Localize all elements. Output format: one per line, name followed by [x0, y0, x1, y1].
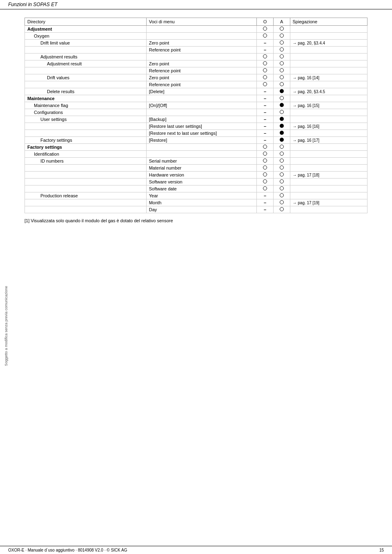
dash-icon: –: [264, 193, 266, 198]
circle-filled-icon: [280, 124, 284, 128]
spieg-cell: [290, 185, 367, 192]
voci-cell: [Backup]: [146, 116, 257, 123]
table-row: Drift valuesZero point→ pag. 16 [14]: [25, 74, 368, 81]
voci-cell: Serial number: [146, 158, 257, 165]
circle-open-icon: [280, 159, 284, 163]
dir-cell: Adjustment result: [25, 60, 147, 67]
dir-cell: [25, 185, 147, 192]
a-cell: [273, 116, 290, 123]
spieg-cell: [290, 47, 367, 54]
a-cell: [273, 54, 290, 60]
table-row: Month–→ pag. 17 [19]: [25, 199, 368, 206]
table-row: Identification: [25, 151, 368, 158]
dir-cell: [25, 179, 147, 185]
page-content: Directory Voci di menu O A Spiegazione A…: [0, 9, 392, 239]
spieg-cell: [290, 144, 367, 151]
circle-open-icon: [263, 165, 267, 170]
circle-open-icon: [280, 193, 284, 197]
dash-icon: –: [264, 96, 266, 101]
spieg-cell: [290, 95, 367, 102]
col-header-directory: Directory: [25, 18, 147, 26]
dir-cell: [25, 81, 147, 88]
spieg-cell: [290, 33, 367, 40]
dir-cell: [25, 206, 147, 213]
circle-open-icon: [263, 61, 267, 65]
voci-cell: [Restore next to last user settings]: [146, 130, 257, 137]
dir-cell: [25, 165, 147, 172]
o-cell: [257, 158, 274, 165]
table-row: User settings[Backup]–: [25, 116, 368, 123]
o-cell: [257, 81, 274, 88]
circle-filled-icon: [280, 117, 284, 121]
dir-cell: [25, 172, 147, 179]
spieg-cell: [290, 60, 367, 67]
voci-cell: Reference point: [146, 81, 257, 88]
a-cell: [273, 192, 290, 199]
a-cell: [273, 26, 290, 33]
o-cell: –: [257, 199, 274, 206]
a-cell: [273, 172, 290, 179]
table-row: Drift limit valueZero point–→ pag. 20, §…: [25, 40, 368, 47]
spieg-cell: [290, 54, 367, 60]
voci-cell: [146, 33, 257, 40]
dash-icon: –: [264, 40, 266, 45]
table-row: Software date: [25, 185, 368, 192]
circle-filled-icon: [280, 103, 284, 107]
voci-cell: [146, 95, 257, 102]
voci-cell: Hardware version: [146, 172, 257, 179]
spieg-cell: [290, 192, 367, 199]
spieg-cell: → pag. 17 [18]: [290, 172, 367, 179]
dash-icon: –: [264, 47, 266, 52]
o-cell: –: [257, 137, 274, 144]
circle-open-icon: [280, 179, 284, 183]
spieg-cell: [290, 67, 367, 74]
footnote: [1] Visualizzata solo quando il modulo d…: [24, 218, 368, 223]
circle-open-icon: [263, 159, 267, 163]
circle-open-icon: [280, 27, 284, 31]
table-row: Reference point: [25, 67, 368, 74]
a-cell: [273, 60, 290, 67]
col-header-a: A: [273, 18, 290, 26]
circle-open-icon: [263, 27, 267, 31]
spieg-cell: [290, 109, 367, 116]
dir-cell: Factory settings: [25, 144, 147, 151]
a-cell: [273, 199, 290, 206]
a-cell: [273, 151, 290, 158]
circle-open-icon: [280, 200, 284, 204]
dir-cell: Adjustment: [25, 26, 147, 33]
circle-open-icon: [280, 61, 284, 65]
spieg-cell: [290, 158, 367, 165]
circle-open-icon: [263, 186, 267, 190]
spieg-cell: [290, 151, 367, 158]
o-cell: –: [257, 206, 274, 213]
spieg-cell: [290, 179, 367, 185]
dash-icon: –: [264, 138, 266, 143]
table-row: Maintenance–: [25, 95, 368, 102]
dir-cell: [25, 130, 147, 137]
a-cell: [273, 81, 290, 88]
dir-cell: Drift values: [25, 74, 147, 81]
circle-open-icon: [280, 207, 284, 211]
spieg-cell: → pag. 16 [17]: [290, 137, 367, 144]
spieg-cell: [290, 81, 367, 88]
circle-open-icon: [280, 34, 284, 38]
a-cell: [273, 67, 290, 74]
spieg-cell: [290, 206, 367, 213]
dash-icon: –: [264, 89, 266, 94]
a-cell: [273, 40, 290, 47]
circle-filled-icon: [280, 131, 284, 135]
sidebar-text: Soggetto a modifica senza previa comunic…: [4, 286, 8, 366]
spieg-cell: → pag. 16 [16]: [290, 123, 367, 130]
voci-cell: Reference point: [146, 47, 257, 54]
circle-open-icon: [280, 75, 284, 79]
voci-cell: Year: [146, 192, 257, 199]
table-row: [Restore last user settings]–→ pag. 16 […: [25, 123, 368, 130]
dir-cell: Maintenance flag: [25, 102, 147, 109]
col-header-o: O: [257, 18, 274, 26]
voci-cell: Zero point: [146, 40, 257, 47]
o-cell: –: [257, 95, 274, 102]
page-header: Funzioni in SOPAS ET: [0, 0, 392, 9]
a-cell: [273, 74, 290, 81]
dash-icon: –: [264, 110, 266, 115]
voci-cell: Software date: [146, 185, 257, 192]
